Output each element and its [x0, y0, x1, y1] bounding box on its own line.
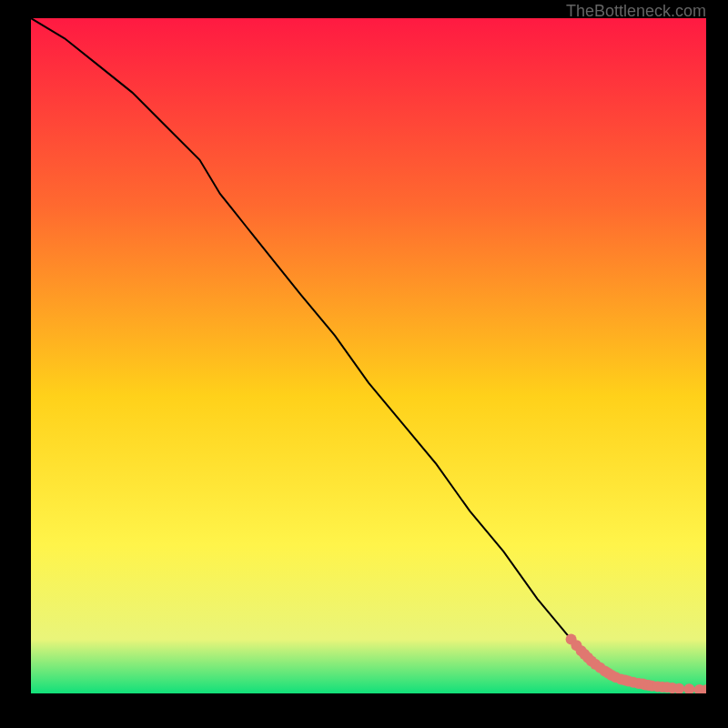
- chart-svg: [31, 18, 706, 693]
- chart-frame: TheBottleneck.com: [0, 0, 728, 728]
- gradient-background: [31, 18, 706, 693]
- plot-area: [31, 18, 706, 693]
